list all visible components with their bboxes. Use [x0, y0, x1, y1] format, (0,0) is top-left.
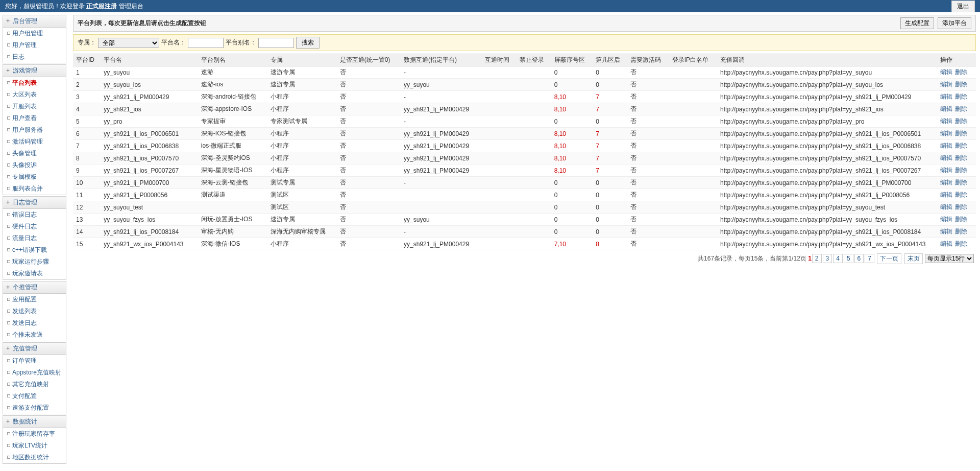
edit-link[interactable]: 编辑: [940, 179, 952, 186]
sidebar-item[interactable]: 玩家邀请表: [3, 268, 66, 279]
delete-link[interactable]: 删除: [955, 167, 967, 174]
sidebar-item[interactable]: 激活码管理: [3, 136, 66, 148]
sidebar-item[interactable]: 发送列表: [3, 305, 66, 317]
edit-link[interactable]: 编辑: [940, 117, 952, 125]
edit-link[interactable]: 编辑: [940, 154, 952, 161]
delete-link[interactable]: 删除: [955, 240, 967, 247]
sidebar-item[interactable]: 服列表合并: [3, 183, 66, 195]
delete-link[interactable]: 删除: [955, 81, 967, 88]
sidebar-header[interactable]: 个推管理: [3, 281, 66, 294]
delete-link[interactable]: 删除: [955, 228, 967, 235]
add-platform-button[interactable]: 添加平台: [938, 17, 971, 29]
sidebar-item[interactable]: 头像投诉: [3, 159, 66, 171]
pager-page[interactable]: 3: [823, 254, 832, 263]
delete-link[interactable]: 删除: [955, 130, 967, 137]
pager-next[interactable]: 下一页: [877, 253, 901, 264]
search-button[interactable]: 搜索: [296, 37, 320, 49]
delete-link[interactable]: 删除: [955, 154, 967, 161]
sidebar-item[interactable]: 日志: [3, 51, 66, 63]
delete-link[interactable]: 删除: [955, 203, 967, 210]
delete-link[interactable]: 删除: [955, 105, 967, 112]
delete-link[interactable]: 删除: [955, 142, 967, 149]
pager-page[interactable]: 4: [833, 254, 843, 263]
sidebar-item[interactable]: 硬件日志: [3, 221, 66, 232]
sidebar-item[interactable]: 地区数据统计: [3, 452, 66, 463]
sidebar-item[interactable]: 专属模板: [3, 171, 66, 183]
sidebar-item[interactable]: 个推未发送: [3, 329, 66, 341]
edit-link[interactable]: 编辑: [940, 142, 952, 149]
sidebar-header[interactable]: 充值管理: [3, 342, 66, 355]
delete-link[interactable]: 删除: [955, 179, 967, 186]
edit-link[interactable]: 编辑: [940, 105, 952, 112]
logout-button[interactable]: 退出: [951, 1, 975, 12]
sidebar-item[interactable]: 注册玩家留存率: [3, 428, 66, 440]
edit-link[interactable]: 编辑: [940, 93, 952, 100]
filter-select-zs[interactable]: 全部: [98, 38, 159, 48]
sidebar-item[interactable]: 支付配置: [3, 390, 66, 402]
edit-link[interactable]: 编辑: [940, 68, 952, 76]
page-title: 平台列表，每次更新信息后请点击生成配置按钮: [78, 19, 206, 28]
pager-last[interactable]: 末页: [904, 253, 923, 264]
sidebar-header[interactable]: 数据统计: [3, 415, 66, 428]
filter-input-alias[interactable]: [258, 38, 294, 48]
sidebar-header[interactable]: 游戏管理: [3, 64, 66, 77]
edit-link[interactable]: 编辑: [940, 240, 952, 247]
edit-link[interactable]: 编辑: [940, 216, 952, 223]
sidebar-item[interactable]: 错误日志: [3, 209, 66, 221]
sidebar-item[interactable]: 用户管理: [3, 39, 66, 51]
edit-link[interactable]: 编辑: [940, 228, 952, 235]
sidebar-item[interactable]: Appstore充值映射: [3, 367, 66, 379]
sidebar-item[interactable]: 平台列表: [3, 77, 66, 89]
sidebar-item[interactable]: 用户查看: [3, 112, 66, 124]
cell: 否: [337, 201, 401, 214]
sidebar-item[interactable]: 发送日志: [3, 317, 66, 329]
cell: 1: [73, 66, 101, 79]
delete-link[interactable]: 删除: [955, 191, 967, 198]
sidebar-item[interactable]: 应用配置: [3, 294, 66, 305]
sidebar-item[interactable]: 大区列表: [3, 89, 66, 101]
delete-link[interactable]: 删除: [955, 117, 967, 125]
cell: 小程序: [267, 164, 337, 177]
sidebar-header[interactable]: 后台管理: [3, 15, 66, 28]
sidebar-item[interactable]: 玩家LTV统计: [3, 440, 66, 452]
sidebar-item[interactable]: 速游支付配置: [3, 402, 66, 414]
pager-page[interactable]: 5: [844, 254, 853, 263]
pager-perpage[interactable]: 每页显示15行: [925, 254, 974, 263]
cell: -: [401, 226, 482, 238]
register-link[interactable]: 正式服注册: [86, 3, 117, 10]
cell: yy_sh921_lj_ios_P0006838: [101, 140, 198, 152]
edit-link[interactable]: 编辑: [940, 191, 952, 198]
filter-input-name[interactable]: [188, 38, 224, 48]
platform-table: 平台ID平台名平台别名专属是否互通(统一置0)数据互通(指定平台)互通时间禁止登…: [73, 54, 976, 250]
cell: -: [401, 91, 482, 103]
cell: [482, 201, 517, 214]
sidebar-item[interactable]: 流量日志: [3, 232, 66, 244]
cell: -: [401, 115, 482, 128]
pager-page[interactable]: 2: [812, 254, 822, 263]
edit-link[interactable]: 编辑: [940, 167, 952, 174]
sidebar-item[interactable]: 玩家运行步骤: [3, 256, 66, 268]
sidebar-item[interactable]: 用户服务器: [3, 124, 66, 136]
cell: [482, 164, 517, 177]
sidebar-item[interactable]: 订单管理: [3, 355, 66, 367]
sidebar-item[interactable]: 其它充值映射: [3, 379, 66, 390]
cell: [669, 189, 717, 201]
edit-link[interactable]: 编辑: [940, 203, 952, 210]
delete-link[interactable]: 删除: [955, 216, 967, 223]
edit-link[interactable]: 编辑: [940, 81, 952, 88]
edit-link[interactable]: 编辑: [940, 130, 952, 137]
delete-link[interactable]: 删除: [955, 68, 967, 76]
sidebar-item[interactable]: 用户组管理: [3, 28, 66, 39]
sidebar-item[interactable]: 头像管理: [3, 148, 66, 159]
sidebar-header[interactable]: 日志管理: [3, 196, 66, 209]
delete-link[interactable]: 删除: [955, 93, 967, 100]
cell-ops: 编辑 删除: [937, 226, 976, 238]
sidebar-item[interactable]: c++错误下载: [3, 244, 66, 256]
sidebar-item[interactable]: 开服列表: [3, 101, 66, 112]
pager-page[interactable]: 6: [854, 254, 864, 263]
cell: 小程序: [267, 103, 337, 115]
pager-page[interactable]: 7: [865, 254, 874, 263]
generate-config-button[interactable]: 生成配置: [900, 17, 934, 29]
pager: 共167条记录，每页15条，当前第1/12页 1234567 下一页 末页 每页…: [73, 250, 976, 267]
cell: yy_suyou_ios: [101, 79, 198, 91]
